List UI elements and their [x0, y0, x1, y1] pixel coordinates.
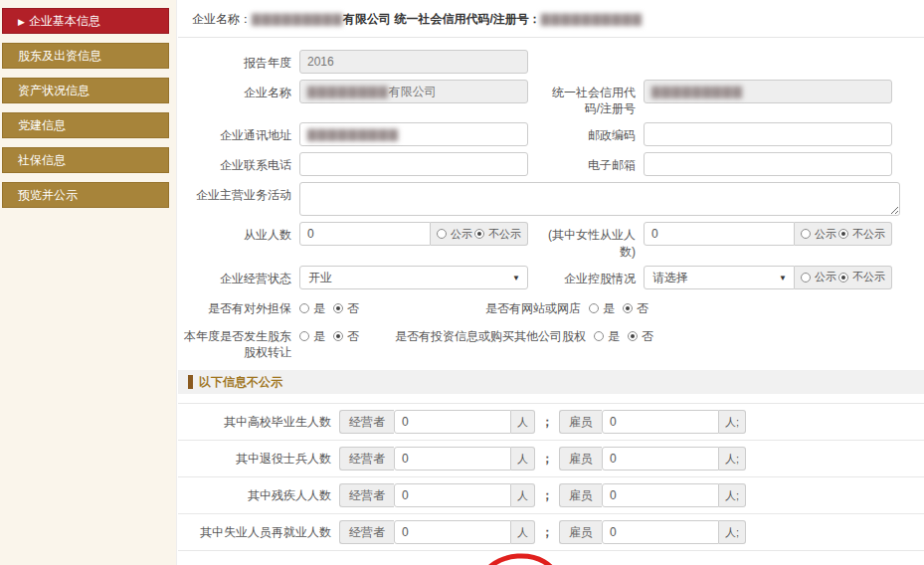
- not-publish-label: 不公示: [488, 227, 521, 242]
- email-input[interactable]: [644, 152, 892, 176]
- operator-prefix: 经营者: [339, 483, 394, 507]
- yes-radio[interactable]: [589, 303, 599, 313]
- female-employees-input[interactable]: [644, 222, 795, 246]
- not-publish-radio[interactable]: [838, 273, 848, 282]
- employee-prefix: 雇员: [559, 483, 602, 507]
- graduates-operator-input[interactable]: [394, 410, 511, 434]
- yes-label: 是: [313, 328, 325, 345]
- business-activity-textarea[interactable]: [299, 182, 900, 216]
- female-publish-options: 公示 不公示: [795, 222, 892, 246]
- sidebar-item-preview-publish[interactable]: 预览并公示: [2, 182, 169, 208]
- operator-group: 经营者 人: [339, 410, 535, 434]
- sidebar-item-party-building[interactable]: 党建信息: [2, 112, 169, 138]
- sidebar-item-label: 党建信息: [18, 118, 66, 132]
- group-separator: ；: [541, 487, 553, 504]
- holding-publish-options: 公示 不公示: [795, 266, 892, 289]
- chevron-down-icon: ▼: [779, 268, 787, 289]
- publish-label: 公示: [815, 270, 836, 284]
- holding-label: 企业控股情况: [548, 266, 644, 286]
- not-publish-label: 不公示: [852, 227, 885, 242]
- no-radio[interactable]: [623, 303, 633, 313]
- unit-suffix: 人;: [719, 410, 746, 434]
- unit-suffix: 人;: [719, 483, 746, 507]
- sidebar-item-shareholders[interactable]: 股东及出资信息: [2, 43, 169, 69]
- publish-radio[interactable]: [437, 229, 447, 239]
- no-radio[interactable]: [333, 303, 343, 313]
- company-name-field-suffix: 有限公司: [389, 85, 437, 98]
- publish-radio[interactable]: [801, 273, 811, 282]
- chevron-down-icon: ▼: [512, 268, 520, 289]
- non-public-section-title: 以下信息不公示: [199, 370, 282, 394]
- basic-info-form: 报告年度 2016 企业名称 ▇▇▇▇▇▇▇▇有限公司 统一社会信用代码/注册号…: [178, 38, 924, 565]
- female-employees-label: (其中女性从业人数): [548, 222, 644, 259]
- operator-prefix: 经营者: [339, 520, 394, 544]
- address-field[interactable]: ▇▇▇▇▇▇▇▇▇: [299, 122, 528, 146]
- left-column: ▶企业基本信息 股东及出资信息 资产状况信息 党建信息 社保信息 预览并公示: [0, 0, 177, 565]
- graduates-label: 其中高校毕业生人数: [178, 414, 339, 431]
- investment-label: 是否有投资信息或购买其他公司股权: [365, 323, 594, 344]
- operator-group: 经营者 人: [339, 447, 535, 471]
- reemployed-employee-input[interactable]: [602, 520, 719, 544]
- main-content: 企业名称：▇▇▇▇▇▇▇▇▇有限公司 统一社会信用代码/注册号：▇▇▇▇▇▇▇▇…: [178, 0, 924, 565]
- sidebar-item-social-security[interactable]: 社保信息: [2, 147, 169, 173]
- sidebar-item-label: 社保信息: [18, 153, 66, 167]
- credit-code-field-label: 统一社会信用代码/注册号: [548, 80, 644, 116]
- yes-label: 是: [313, 300, 325, 317]
- veterans-operator-input[interactable]: [394, 447, 511, 471]
- disabled-operator-input[interactable]: [394, 483, 511, 507]
- no-radio[interactable]: [628, 331, 638, 341]
- employee-group: 雇员 人;: [559, 483, 746, 507]
- business-activity-label: 企业主营业务活动: [178, 182, 299, 203]
- holding-select[interactable]: 请选择 ▼: [644, 266, 795, 289]
- postcode-input[interactable]: [644, 122, 892, 146]
- sidebar-item-basic-info[interactable]: ▶企业基本信息: [2, 8, 169, 34]
- yes-radio[interactable]: [299, 331, 309, 341]
- company-name-field-masked: ▇▇▇▇▇▇▇▇: [307, 85, 389, 98]
- employee-prefix: 雇员: [559, 447, 602, 471]
- reemployed-operator-input[interactable]: [394, 520, 511, 544]
- operating-status-select[interactable]: 开业 ▼: [299, 266, 528, 289]
- company-header: 企业名称：▇▇▇▇▇▇▇▇▇有限公司 统一社会信用代码/注册号：▇▇▇▇▇▇▇▇…: [178, 0, 924, 38]
- active-arrow-icon: ▶: [18, 17, 25, 27]
- sidebar-item-assets[interactable]: 资产状况信息: [2, 78, 169, 103]
- veterans-employee-input[interactable]: [602, 447, 719, 471]
- table-row: 其中残疾人人数 经营者 人 ； 雇员 人;: [178, 477, 924, 514]
- reemployed-label: 其中失业人员再就业人数: [178, 524, 339, 541]
- no-radio[interactable]: [333, 331, 343, 341]
- not-publish-radio[interactable]: [838, 229, 848, 239]
- no-label: 否: [637, 300, 648, 317]
- credit-code-label: 统一社会信用代码/注册号：: [394, 12, 540, 26]
- yes-radio[interactable]: [299, 303, 309, 313]
- graduates-employee-input[interactable]: [602, 410, 719, 434]
- yes-label: 是: [608, 328, 620, 345]
- female-employees-group: 公示 不公示: [644, 222, 892, 246]
- sidebar-item-label: 股东及出资信息: [18, 49, 101, 63]
- guarantee-options: 是 否: [299, 295, 365, 317]
- address-label: 企业通讯地址: [178, 122, 299, 143]
- unit-suffix: 人: [511, 483, 535, 507]
- sidebar-item-label: 企业基本信息: [29, 14, 100, 28]
- unit-suffix: 人;: [719, 520, 746, 544]
- unit-suffix: 人: [511, 520, 535, 544]
- investment-options: 是 否: [594, 323, 659, 345]
- phone-input[interactable]: [299, 152, 528, 176]
- not-publish-radio[interactable]: [474, 229, 484, 239]
- sidebar-item-label: 资产状况信息: [18, 84, 90, 97]
- yes-radio[interactable]: [594, 331, 604, 341]
- no-label: 否: [642, 328, 653, 345]
- guarantee-label: 是否有对外担保: [178, 295, 299, 316]
- equity-transfer-options: 是 否: [299, 323, 365, 345]
- employees-input[interactable]: [299, 222, 431, 246]
- disabled-persons-label: 其中残疾人人数: [178, 487, 339, 504]
- email-label: 电子邮箱: [548, 152, 644, 173]
- not-publish-label: 不公示: [852, 270, 885, 284]
- employee-group: 雇员 人;: [559, 410, 746, 434]
- publish-label: 公示: [451, 227, 472, 242]
- sidebar-menu: ▶企业基本信息 股东及出资信息 资产状况信息 党建信息 社保信息 预览并公示: [0, 0, 176, 208]
- operator-prefix: 经营者: [339, 447, 394, 471]
- unit-suffix: 人;: [719, 447, 746, 471]
- table-row: 其中失业人员再就业人数 经营者 人 ； 雇员 人;: [178, 514, 924, 551]
- red-annotation-circle: [475, 549, 563, 565]
- disabled-employee-input[interactable]: [602, 483, 719, 507]
- publish-radio[interactable]: [801, 229, 811, 239]
